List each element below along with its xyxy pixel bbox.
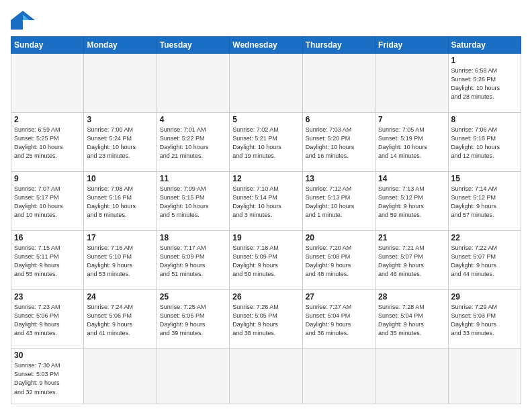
calendar-cell: 16Sunrise: 7:15 AM Sunset: 5:11 PM Dayli… [11, 230, 84, 289]
day-info: Sunrise: 7:16 AM Sunset: 5:10 PM Dayligh… [87, 244, 153, 279]
calendar-cell: 3Sunrise: 7:00 AM Sunset: 5:24 PM Daylig… [84, 112, 157, 171]
calendar-cell: 20Sunrise: 7:20 AM Sunset: 5:08 PM Dayli… [302, 230, 375, 289]
calendar-cell: 26Sunrise: 7:26 AM Sunset: 5:05 PM Dayli… [230, 289, 302, 349]
calendar-header-row: SundayMondayTuesdayWednesdayThursdayFrid… [11, 37, 521, 54]
calendar-cell: 27Sunrise: 7:27 AM Sunset: 5:04 PM Dayli… [302, 289, 375, 349]
calendar-cell: 4Sunrise: 7:01 AM Sunset: 5:22 PM Daylig… [157, 112, 229, 171]
day-info: Sunrise: 7:08 AM Sunset: 5:16 PM Dayligh… [87, 185, 153, 220]
day-number: 13 [306, 174, 372, 183]
day-number: 9 [14, 174, 81, 183]
day-info: Sunrise: 7:24 AM Sunset: 5:06 PM Dayligh… [87, 303, 153, 338]
day-number: 17 [87, 233, 153, 242]
calendar-cell: 21Sunrise: 7:21 AM Sunset: 5:07 PM Dayli… [375, 230, 448, 289]
day-number: 4 [160, 115, 226, 124]
page: SundayMondayTuesdayWednesdayThursdayFrid… [0, 0, 532, 411]
day-info: Sunrise: 7:23 AM Sunset: 5:06 PM Dayligh… [14, 303, 81, 338]
day-number: 29 [451, 292, 518, 302]
logo-icon [11, 11, 35, 30]
day-info: Sunrise: 7:17 AM Sunset: 5:09 PM Dayligh… [160, 244, 226, 279]
day-info: Sunrise: 7:18 AM Sunset: 5:09 PM Dayligh… [232, 244, 299, 279]
day-number: 2 [14, 115, 81, 124]
day-number: 7 [378, 115, 445, 124]
calendar-cell [448, 349, 521, 404]
day-info: Sunrise: 7:01 AM Sunset: 5:22 PM Dayligh… [160, 126, 226, 161]
day-header-wednesday: Wednesday [230, 37, 302, 54]
calendar-cell: 11Sunrise: 7:09 AM Sunset: 5:15 PM Dayli… [157, 171, 229, 230]
calendar-week-row: 30Sunrise: 7:30 AM Sunset: 5:03 PM Dayli… [11, 349, 521, 404]
day-header-friday: Friday [375, 37, 448, 54]
calendar-cell: 5Sunrise: 7:02 AM Sunset: 5:21 PM Daylig… [230, 112, 302, 171]
day-number: 28 [378, 292, 445, 302]
calendar-cell: 22Sunrise: 7:22 AM Sunset: 5:07 PM Dayli… [448, 230, 521, 289]
calendar-cell [11, 54, 84, 113]
day-number: 15 [451, 174, 518, 183]
day-info: Sunrise: 7:03 AM Sunset: 5:20 PM Dayligh… [306, 126, 372, 161]
day-number: 21 [378, 233, 445, 242]
day-info: Sunrise: 7:22 AM Sunset: 5:07 PM Dayligh… [451, 244, 518, 279]
logo [11, 11, 38, 30]
day-header-sunday: Sunday [11, 37, 84, 54]
calendar-cell: 2Sunrise: 6:59 AM Sunset: 5:25 PM Daylig… [11, 112, 84, 171]
day-info: Sunrise: 7:06 AM Sunset: 5:18 PM Dayligh… [451, 126, 518, 161]
day-number: 6 [306, 115, 372, 124]
calendar-cell [375, 54, 448, 113]
day-info: Sunrise: 7:07 AM Sunset: 5:17 PM Dayligh… [14, 185, 81, 220]
calendar-cell: 14Sunrise: 7:13 AM Sunset: 5:12 PM Dayli… [375, 171, 448, 230]
day-info: Sunrise: 6:58 AM Sunset: 5:26 PM Dayligh… [451, 66, 518, 101]
calendar-cell [84, 54, 157, 113]
day-number: 1 [451, 56, 518, 65]
calendar-week-row: 1Sunrise: 6:58 AM Sunset: 5:26 PM Daylig… [11, 54, 521, 113]
day-header-saturday: Saturday [448, 37, 521, 54]
calendar-cell [84, 349, 157, 404]
day-number: 10 [87, 174, 153, 183]
calendar-cell: 25Sunrise: 7:25 AM Sunset: 5:05 PM Dayli… [157, 289, 229, 349]
day-number: 25 [160, 292, 226, 302]
calendar-cell: 29Sunrise: 7:29 AM Sunset: 5:03 PM Dayli… [448, 289, 521, 349]
calendar-week-row: 23Sunrise: 7:23 AM Sunset: 5:06 PM Dayli… [11, 289, 521, 349]
day-number: 11 [160, 174, 226, 183]
calendar-cell [157, 54, 229, 113]
day-info: Sunrise: 7:10 AM Sunset: 5:14 PM Dayligh… [232, 185, 299, 220]
day-info: Sunrise: 6:59 AM Sunset: 5:25 PM Dayligh… [14, 126, 81, 161]
calendar-cell: 23Sunrise: 7:23 AM Sunset: 5:06 PM Dayli… [11, 289, 84, 349]
calendar-cell: 30Sunrise: 7:30 AM Sunset: 5:03 PM Dayli… [11, 349, 84, 404]
day-info: Sunrise: 7:14 AM Sunset: 5:12 PM Dayligh… [451, 185, 518, 220]
day-number: 27 [306, 292, 372, 302]
day-header-monday: Monday [84, 37, 157, 54]
day-info: Sunrise: 7:12 AM Sunset: 5:13 PM Dayligh… [306, 185, 372, 220]
calendar-cell: 18Sunrise: 7:17 AM Sunset: 5:09 PM Dayli… [157, 230, 229, 289]
calendar-cell [302, 349, 375, 404]
day-number: 14 [378, 174, 445, 183]
calendar-cell: 8Sunrise: 7:06 AM Sunset: 5:18 PM Daylig… [448, 112, 521, 171]
day-info: Sunrise: 7:15 AM Sunset: 5:11 PM Dayligh… [14, 244, 81, 279]
day-info: Sunrise: 7:29 AM Sunset: 5:03 PM Dayligh… [451, 303, 518, 338]
day-number: 30 [14, 351, 81, 360]
calendar-cell: 12Sunrise: 7:10 AM Sunset: 5:14 PM Dayli… [230, 171, 302, 230]
calendar-week-row: 9Sunrise: 7:07 AM Sunset: 5:17 PM Daylig… [11, 171, 521, 230]
day-info: Sunrise: 7:26 AM Sunset: 5:05 PM Dayligh… [232, 303, 299, 338]
header [11, 11, 521, 30]
calendar-week-row: 2Sunrise: 6:59 AM Sunset: 5:25 PM Daylig… [11, 112, 521, 171]
calendar-cell: 19Sunrise: 7:18 AM Sunset: 5:09 PM Dayli… [230, 230, 302, 289]
day-info: Sunrise: 7:00 AM Sunset: 5:24 PM Dayligh… [87, 126, 153, 161]
calendar-week-row: 16Sunrise: 7:15 AM Sunset: 5:11 PM Dayli… [11, 230, 521, 289]
day-number: 5 [232, 115, 299, 124]
svg-rect-0 [11, 20, 23, 30]
day-number: 22 [451, 233, 518, 242]
day-number: 24 [87, 292, 153, 302]
calendar-cell: 17Sunrise: 7:16 AM Sunset: 5:10 PM Dayli… [84, 230, 157, 289]
calendar-cell: 13Sunrise: 7:12 AM Sunset: 5:13 PM Dayli… [302, 171, 375, 230]
day-number: 19 [232, 233, 299, 242]
calendar-cell: 6Sunrise: 7:03 AM Sunset: 5:20 PM Daylig… [302, 112, 375, 171]
calendar-cell: 7Sunrise: 7:05 AM Sunset: 5:19 PM Daylig… [375, 112, 448, 171]
day-info: Sunrise: 7:02 AM Sunset: 5:21 PM Dayligh… [232, 126, 299, 161]
day-info: Sunrise: 7:25 AM Sunset: 5:05 PM Dayligh… [160, 303, 226, 338]
day-number: 26 [232, 292, 299, 302]
day-number: 16 [14, 233, 81, 242]
day-info: Sunrise: 7:27 AM Sunset: 5:04 PM Dayligh… [306, 303, 372, 338]
calendar-table: SundayMondayTuesdayWednesdayThursdayFrid… [11, 36, 521, 404]
calendar-cell [302, 54, 375, 113]
day-info: Sunrise: 7:30 AM Sunset: 5:03 PM Dayligh… [14, 361, 81, 396]
day-info: Sunrise: 7:21 AM Sunset: 5:07 PM Dayligh… [378, 244, 445, 279]
day-number: 18 [160, 233, 226, 242]
